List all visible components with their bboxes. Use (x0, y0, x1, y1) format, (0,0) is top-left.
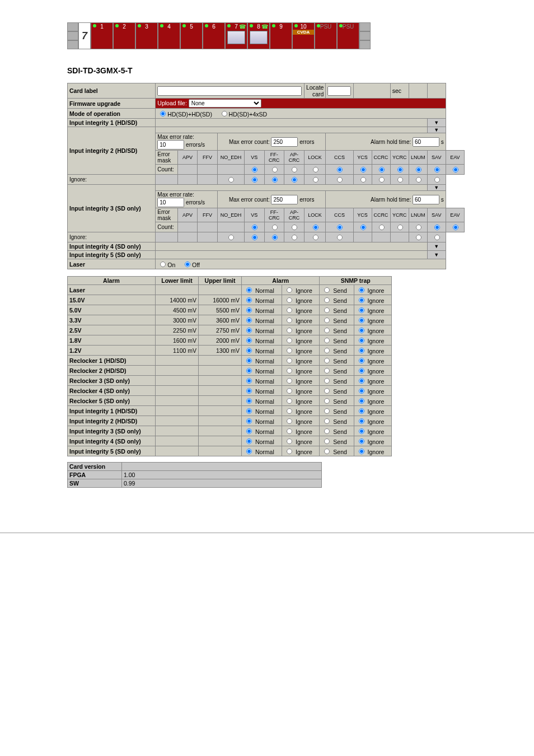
snmp-ignore-radio[interactable] (359, 408, 364, 414)
alarm-ignore-radio[interactable] (287, 449, 292, 454)
alarm-normal-radio[interactable] (246, 287, 252, 293)
mask-radio[interactable] (360, 167, 366, 172)
mask-radio[interactable] (292, 225, 297, 230)
slot-8[interactable]: 8☎ (247, 22, 270, 49)
alarm-ignore-radio[interactable] (287, 307, 292, 313)
alarm-ignore-radio[interactable] (287, 418, 292, 424)
mask-radio[interactable] (360, 177, 366, 183)
alarm-ignore-radio[interactable] (287, 428, 292, 434)
alarm-hold-time-input[interactable] (413, 137, 439, 147)
alarm-hold-time-input[interactable] (413, 195, 439, 204)
snmp-ignore-radio[interactable] (359, 338, 364, 343)
mask-radio[interactable] (416, 225, 421, 230)
mask-radio[interactable] (252, 235, 257, 240)
ii5-expand[interactable]: ▼ (427, 251, 446, 259)
ii3-collapse[interactable]: ▼ (427, 185, 446, 191)
snmp-ignore-radio[interactable] (359, 388, 364, 394)
mask-radio[interactable] (416, 177, 421, 183)
mask-radio[interactable] (313, 225, 318, 230)
snmp-send-radio[interactable] (324, 318, 330, 323)
mask-radio[interactable] (313, 235, 318, 240)
mask-radio[interactable] (337, 177, 343, 183)
mask-radio[interactable] (252, 167, 257, 172)
alarm-ignore-radio[interactable] (287, 378, 292, 384)
alarm-normal-radio[interactable] (246, 408, 252, 414)
mask-radio[interactable] (434, 235, 440, 240)
max-error-rate-input[interactable] (157, 140, 184, 150)
mask-radio[interactable] (379, 225, 385, 230)
mode-b-radio[interactable] (222, 111, 227, 116)
mask-radio[interactable] (292, 167, 297, 172)
alarm-ignore-radio[interactable] (287, 358, 292, 363)
mask-radio[interactable] (337, 167, 343, 172)
snmp-ignore-radio[interactable] (359, 438, 364, 444)
mask-radio[interactable] (228, 177, 234, 183)
alarm-normal-radio[interactable] (246, 398, 252, 404)
snmp-send-radio[interactable] (324, 408, 330, 414)
snmp-ignore-radio[interactable] (359, 328, 364, 333)
snmp-ignore-radio[interactable] (359, 398, 364, 404)
snmp-send-radio[interactable] (324, 307, 330, 313)
snmp-ignore-radio[interactable] (359, 418, 364, 424)
mask-radio[interactable] (292, 235, 297, 240)
mask-radio[interactable] (379, 167, 385, 172)
mask-radio[interactable] (313, 177, 318, 183)
ii2-collapse[interactable]: ▼ (427, 127, 446, 133)
alarm-ignore-radio[interactable] (287, 368, 292, 374)
slot-3[interactable]: 3 (135, 22, 158, 49)
alarm-ignore-radio[interactable] (287, 338, 292, 343)
snmp-send-radio[interactable] (324, 328, 330, 333)
snmp-send-radio[interactable] (324, 449, 330, 454)
mask-radio[interactable] (453, 167, 458, 172)
snmp-ignore-radio[interactable] (359, 348, 364, 353)
slot-PSU[interactable]: PSU (315, 22, 337, 49)
slot-7[interactable]: 7☎ (225, 22, 247, 49)
mask-radio[interactable] (292, 177, 297, 183)
max-error-count-input[interactable] (271, 195, 298, 204)
alarm-normal-radio[interactable] (246, 328, 252, 333)
alarm-normal-radio[interactable] (246, 449, 252, 454)
alarm-ignore-radio[interactable] (287, 328, 292, 333)
mask-radio[interactable] (397, 225, 403, 230)
alarm-ignore-radio[interactable] (287, 287, 292, 293)
alarm-ignore-radio[interactable] (287, 388, 292, 394)
mask-radio[interactable] (252, 177, 257, 183)
snmp-ignore-radio[interactable] (359, 318, 364, 323)
snmp-send-radio[interactable] (324, 287, 330, 293)
mask-radio[interactable] (434, 225, 440, 230)
snmp-send-radio[interactable] (324, 438, 330, 444)
slot-PSU[interactable]: PSU (337, 22, 359, 49)
snmp-send-radio[interactable] (324, 368, 330, 374)
slot-9[interactable]: 9 (270, 22, 292, 49)
alarm-normal-radio[interactable] (246, 338, 252, 343)
alarm-normal-radio[interactable] (246, 418, 252, 424)
alarm-normal-radio[interactable] (246, 358, 252, 363)
mask-radio[interactable] (337, 225, 343, 230)
mask-radio[interactable] (434, 167, 440, 172)
alarm-normal-radio[interactable] (246, 318, 252, 323)
alarm-ignore-radio[interactable] (287, 318, 292, 323)
mask-radio[interactable] (397, 177, 403, 183)
alarm-normal-radio[interactable] (246, 438, 252, 444)
snmp-send-radio[interactable] (324, 358, 330, 363)
snmp-ignore-radio[interactable] (359, 358, 364, 363)
mask-radio[interactable] (272, 225, 278, 230)
mask-radio[interactable] (416, 235, 421, 240)
snmp-send-radio[interactable] (324, 338, 330, 343)
ii1-expand[interactable]: ▼ (427, 119, 446, 127)
alarm-ignore-radio[interactable] (287, 438, 292, 444)
alarm-normal-radio[interactable] (246, 368, 252, 374)
max-error-count-input[interactable] (271, 137, 298, 147)
mask-radio[interactable] (272, 177, 278, 183)
mask-radio[interactable] (272, 235, 278, 240)
snmp-send-radio[interactable] (324, 388, 330, 394)
alarm-ignore-radio[interactable] (287, 398, 292, 404)
slot-6[interactable]: 6 (203, 22, 225, 49)
alarm-normal-radio[interactable] (246, 388, 252, 394)
alarm-ignore-radio[interactable] (287, 408, 292, 414)
alarm-normal-radio[interactable] (246, 297, 252, 303)
alarm-ignore-radio[interactable] (287, 348, 292, 353)
mask-radio[interactable] (434, 177, 440, 183)
mask-radio[interactable] (313, 167, 318, 172)
laser-off-radio[interactable] (185, 262, 190, 267)
